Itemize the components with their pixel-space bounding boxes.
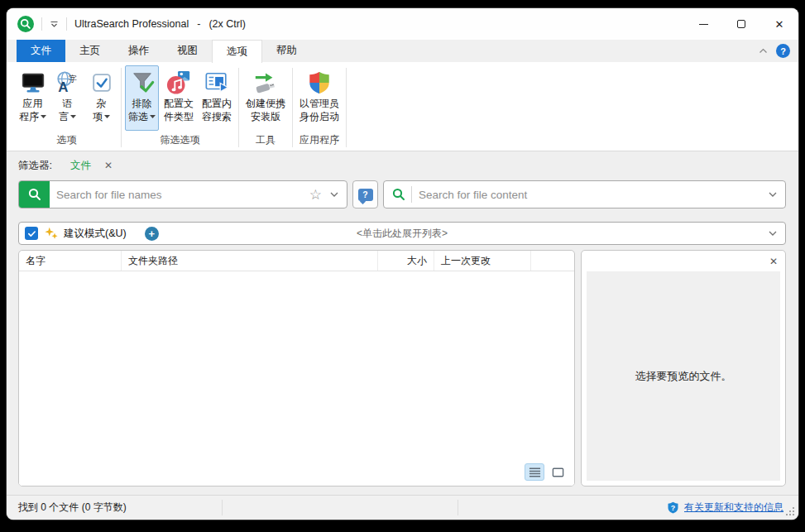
app-logo-icon (17, 16, 34, 32)
ribbon-button-configure-content-search[interactable]: 配置内 容搜索 (199, 65, 235, 131)
results-empty-area[interactable] (19, 272, 574, 486)
ribbon-button-application[interactable]: 应用 程序 (16, 65, 50, 131)
preview-empty-area: 选择要预览的文件。 (587, 271, 780, 481)
results-panel: 名字 文件夹路径 大小 上一次更改 (18, 250, 575, 486)
search-syntax-help-button[interactable]: ? (352, 180, 378, 208)
svg-text:?: ? (671, 504, 675, 512)
ribbon-button-label: 应用 程序 (19, 98, 46, 123)
window-title-shortcut: (2x Ctrl) (208, 18, 245, 30)
maximize-icon (737, 20, 745, 28)
exclude-filter-funnel-icon (129, 69, 155, 95)
filter-bar: 筛选器: 文件 ✕ (18, 156, 113, 175)
collapse-ribbon-icon[interactable] (759, 48, 768, 54)
chevron-down-icon[interactable] (330, 192, 338, 197)
filter-tab-file[interactable]: 文件 (70, 159, 91, 173)
preview-close-icon[interactable]: ✕ (769, 256, 778, 267)
status-right: ? 有关更新和支持的信息 (667, 501, 783, 515)
update-support-link[interactable]: 有关更新和支持的信息 (684, 501, 783, 515)
chevron-down-icon[interactable] (769, 231, 777, 236)
ribbon-group-label: 筛选选项 (124, 132, 236, 151)
ribbon-group-tools: 创建便携 安装版 工具 (242, 65, 290, 151)
titlebar-separator (66, 17, 67, 31)
column-header-size[interactable]: 大小 (377, 251, 434, 271)
favorite-star-icon[interactable]: ☆ (309, 186, 322, 204)
file-content-search-input[interactable] (412, 189, 769, 201)
preview-empty-text: 选择要预览的文件。 (635, 369, 732, 384)
chevron-down-icon[interactable] (769, 192, 777, 197)
column-header-folder-path[interactable]: 文件夹路径 (121, 251, 377, 271)
status-bar: 找到 0 个文件 (0 字节数) ? 有关更新和支持的信息 (7, 495, 798, 520)
svg-text:字: 字 (68, 74, 76, 83)
list-view-button[interactable] (525, 463, 544, 481)
dropdown-caret-icon (150, 115, 156, 118)
filter-label: 筛选器: (18, 159, 52, 173)
preview-panel: ✕ 选择要预览的文件。 (581, 250, 786, 486)
minimize-button[interactable] (684, 8, 722, 40)
ribbon-button-run-as-admin[interactable]: 以管理员 身份启动 (296, 65, 343, 131)
dropdown-caret-icon (104, 115, 110, 118)
resize-grip[interactable] (793, 514, 794, 515)
thumbnail-view-button[interactable] (548, 463, 568, 481)
window-controls: ✕ (684, 8, 798, 40)
titlebar-separator (41, 17, 42, 31)
file-name-search-input[interactable] (50, 189, 309, 201)
dropdown-caret-icon (41, 115, 46, 118)
tabrow-right-controls: ? (759, 40, 790, 62)
ribbon-group-label: 选项 (15, 132, 118, 151)
ribbon-group-separator (238, 68, 239, 147)
close-icon: ✕ (775, 19, 784, 30)
maximize-button[interactable] (722, 8, 760, 40)
ribbon-group-separator (121, 68, 122, 147)
tab-home[interactable]: 主页 (65, 40, 114, 62)
status-separator (458, 500, 458, 515)
ribbon-button-create-portable[interactable]: 创建便携 安装版 (242, 65, 289, 131)
ribbon: 应用 程序 A字 语 言 (7, 62, 798, 151)
search-button[interactable] (19, 181, 50, 208)
app-window: UltraSearch Professional - (2x Ctrl) ✕ 文… (7, 8, 798, 520)
suggestion-mode-checkbox[interactable] (25, 227, 38, 240)
help-question-glyph: ? (780, 46, 786, 56)
add-suggestion-button[interactable]: + (145, 227, 159, 241)
ribbon-button-configure-file-types[interactable]: 配置文 件类型 (161, 65, 197, 131)
expand-list-hint: <单击此处展开列表> (19, 227, 785, 241)
ribbon-button-language[interactable]: A字 语 言 (51, 65, 84, 131)
close-button[interactable]: ✕ (760, 8, 798, 40)
check-icon (27, 229, 36, 238)
quick-access-dropdown-icon[interactable] (50, 21, 59, 28)
content-search-window-icon (204, 69, 230, 95)
column-header-last-modified[interactable]: 上一次更改 (434, 251, 531, 271)
preview-header: ✕ (582, 251, 785, 271)
ribbon-group-label: 应用程序 (295, 132, 343, 151)
ribbon-button-misc[interactable]: 杂 项 (85, 65, 117, 131)
column-header-name[interactable]: 名字 (19, 251, 121, 271)
ribbon-button-exclude-filter[interactable]: 排除 筛选 (125, 65, 159, 131)
thumbnail-view-icon (552, 467, 564, 478)
tab-help[interactable]: 帮助 (262, 40, 311, 62)
tab-options[interactable]: 选项 (212, 40, 262, 63)
ribbon-group-label: 工具 (242, 132, 290, 151)
suggestion-mode-label: 建议模式(&U) (64, 227, 127, 241)
results-table-header: 名字 文件夹路径 大小 上一次更改 (19, 251, 574, 271)
suggestion-mode-bar[interactable]: 建议模式(&U) + <单击此处展开列表> (18, 222, 786, 245)
help-button[interactable]: ? (776, 44, 790, 58)
language-globe-icon: A字 (55, 69, 80, 95)
titlebar: UltraSearch Professional - (2x Ctrl) ✕ (7, 8, 798, 40)
status-found-text: 找到 0 个文件 (0 字节数) (18, 501, 127, 515)
ribbon-button-label: 排除 筛选 (128, 98, 156, 123)
tab-file[interactable]: 文件 (17, 40, 65, 62)
list-view-icon (529, 467, 541, 478)
help-bubble-icon: ? (358, 189, 373, 201)
ribbon-button-label: 配置内 容搜索 (202, 98, 232, 123)
tab-actions[interactable]: 操作 (114, 40, 163, 62)
ribbon-group-separator (346, 68, 347, 147)
svg-text:A: A (58, 79, 68, 95)
tab-view[interactable]: 视图 (163, 40, 212, 62)
checkbox-icon (89, 69, 114, 95)
ribbon-button-label: 杂 项 (93, 98, 110, 123)
filter-close-icon[interactable]: ✕ (104, 160, 113, 171)
monitor-icon (20, 69, 46, 95)
dropdown-caret-icon (70, 115, 76, 118)
desktop-background: UltraSearch Professional - (2x Ctrl) ✕ 文… (0, 0, 805, 532)
ribbon-tab-bar: 文件 主页 操作 视图 选项 帮助 ? (7, 40, 798, 62)
uac-shield-icon (307, 69, 333, 95)
